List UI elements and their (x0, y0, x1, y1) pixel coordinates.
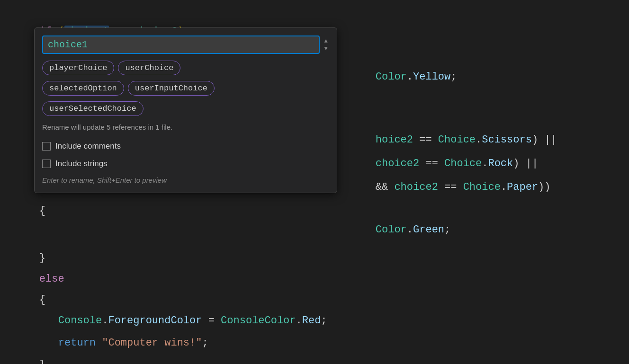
suggestions-row: playerChoice userChoice (42, 61, 329, 75)
code-line-color-yellow: Color.Yellow; (350, 52, 457, 102)
rename-input[interactable]: choice1 (42, 36, 320, 54)
suggestions-row-2: selectedOption userInputChoice (42, 81, 329, 96)
suggestion-userSelectedChoice[interactable]: userSelectedChoice (42, 101, 144, 116)
code-editor: if (choice1 == choice2) { Color.Yellow; … (0, 0, 629, 364)
rename-info-text: Rename will update 5 references in 1 fil… (42, 122, 329, 133)
keyword-return: return (58, 337, 96, 349)
include-strings-row[interactable]: Include strings (42, 157, 329, 170)
rename-input-row: choice1 ▲ ▼ (42, 36, 329, 54)
suggestions-row-3: userSelectedChoice (42, 101, 329, 116)
scroll-up-arrow: ▲ (324, 38, 327, 44)
scroll-down-arrow: ▼ (324, 46, 327, 52)
include-comments-checkbox[interactable] (42, 142, 51, 151)
code-line-color-green: Color.Green; (350, 205, 450, 255)
include-comments-label: Include comments (55, 140, 121, 152)
code-line-4: { (14, 186, 45, 236)
suggestion-selectedOption[interactable]: selectedOption (42, 81, 124, 96)
suggestion-playerChoice[interactable]: playerChoice (42, 61, 114, 75)
rename-hint: Enter to rename, Shift+Enter to preview (42, 175, 329, 186)
include-strings-label: Include strings (55, 157, 108, 170)
rename-popup: choice1 ▲ ▼ playerChoice userChoice sele… (34, 27, 337, 193)
include-comments-row[interactable]: Include comments (42, 140, 329, 152)
scroll-indicator: ▲ ▼ (323, 38, 329, 52)
code-line-7: } (14, 340, 45, 364)
code-line-return: return "Computer wins!"; (33, 318, 208, 364)
include-strings-checkbox[interactable] (42, 160, 51, 168)
suggestion-userChoice[interactable]: userChoice (118, 61, 180, 75)
suggestion-userInputChoice[interactable]: userInputChoice (128, 81, 215, 96)
string-computer-wins: "Computer wins!" (102, 337, 202, 349)
